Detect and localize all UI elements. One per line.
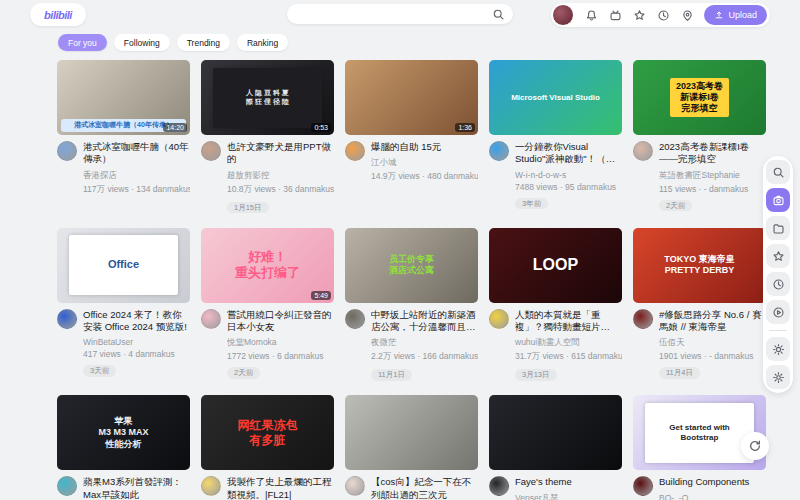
uploader-avatar[interactable] [345, 309, 365, 329]
video-thumbnail[interactable]: 网红果冻包 有多脏 [201, 395, 334, 470]
video-grid: 港式冰室咖喱牛腩（40年传承） 14:20 港式冰室咖喱牛腩（40年傳承） 香港… [57, 60, 767, 500]
video-thumbnail[interactable]: 苹果 M3 M3 MAX 性能分析 [57, 395, 190, 470]
uploader-name[interactable]: 伍佰天 [659, 337, 766, 349]
video-title[interactable]: 爆腦的自助 15元 [371, 141, 478, 153]
thumbnail-caption: 员工价专享 酒店式公寓 [385, 252, 438, 279]
tv-icon[interactable] [608, 8, 622, 22]
video-title[interactable]: 2023高考卷新課標I卷——完形填空 [659, 141, 766, 166]
video-thumbnail[interactable]: 好难！ 重头打编了 5:49 [201, 228, 334, 303]
uploader-avatar[interactable] [489, 309, 509, 329]
video-title[interactable]: 【cos向】紀念一下在不列顛出過的三次元 [371, 476, 478, 500]
thumbnail-caption: LOOP [529, 253, 582, 277]
video-title[interactable]: Building Components [659, 476, 766, 488]
uploader-name[interactable]: 香港探店 [83, 170, 190, 182]
video-card: LOOP 人類的本質就是「重複」？獨特動畫短片《LOOP》 wuhui動畫人空間… [489, 228, 622, 382]
upload-button[interactable]: Upload [704, 5, 767, 25]
thumbnail-caption: 2023高考卷 新课标I卷 完形填空 [670, 78, 729, 118]
search-bar[interactable] [287, 4, 513, 24]
uploader-name[interactable]: 悦堂Momoka [227, 337, 334, 349]
video-thumbnail[interactable] [345, 395, 478, 470]
gear-icon[interactable] [766, 365, 790, 389]
bilibili-logo[interactable]: bilibili [30, 3, 86, 26]
clock-icon[interactable] [766, 272, 790, 296]
user-avatar[interactable] [552, 4, 574, 26]
uploader-name[interactable]: Venser凡瑟 [515, 493, 622, 500]
thumbnail-caption: 网红果冻包 有多脏 [234, 416, 302, 450]
date-badge: 1月15日 [227, 202, 269, 214]
bell-icon[interactable] [584, 8, 598, 22]
upload-label: Upload [728, 10, 757, 20]
thumbnail-caption: Microsoft Visual Studio [507, 91, 604, 105]
uploader-avatar[interactable] [57, 476, 77, 496]
video-card: 苹果 M3 M3 MAX 性能分析 蘋果M3系列首發評測：Max早該如此 極客灣… [57, 395, 190, 500]
uploader-avatar[interactable] [57, 141, 77, 161]
video-thumbnail[interactable]: 员工价专享 酒店式公寓 [345, 228, 478, 303]
uploader-avatar[interactable] [201, 476, 221, 496]
video-title[interactable]: #修飯思路分享 No.6 / 賽馬娘 // 東海帝皇 [659, 309, 766, 334]
uploader-avatar[interactable] [201, 309, 221, 329]
uploader-name[interactable]: 超放剪影控 [227, 170, 334, 182]
video-thumbnail[interactable]: 港式冰室咖喱牛腩（40年传承） 14:20 [57, 60, 190, 135]
video-title[interactable]: 中野坂上站附近的新築酒店公寓，十分溫馨而且九分乾淨 [371, 309, 478, 334]
video-title[interactable]: 我製作了史上最爛的工程類視頻。|FL21| [227, 476, 334, 500]
uploader-avatar[interactable] [489, 476, 509, 496]
uploader-name[interactable]: WinBetaUser [83, 337, 190, 347]
history-icon[interactable] [656, 8, 670, 22]
refresh-button[interactable] [741, 432, 769, 460]
search-input[interactable] [295, 9, 491, 20]
video-title[interactable]: 蘋果M3系列首發評測：Max早該如此 [83, 476, 190, 500]
uploader-name[interactable]: wuhui動畫人空間 [515, 337, 622, 349]
video-title[interactable]: 也許文豪野犬是用PPT做的 [227, 141, 334, 166]
star-icon[interactable] [766, 244, 790, 268]
uploader-avatar[interactable] [633, 141, 653, 161]
thumbnail-caption: 好难！ 重头打编了 [231, 247, 304, 284]
uploader-name[interactable]: 夜微茫 [371, 337, 478, 349]
camera-icon[interactable] [766, 188, 790, 212]
search-icon[interactable] [766, 160, 790, 184]
video-title[interactable]: 嘗試用繞口令糾正發音的日本小女友 [227, 309, 334, 334]
video-thumbnail[interactable]: Get started with Bootstrap [633, 395, 766, 470]
search-icon[interactable] [491, 7, 505, 21]
uploader-name[interactable]: 江小城 [371, 157, 478, 169]
feed-tab-following[interactable]: Following [114, 34, 170, 51]
uploader-avatar[interactable] [633, 309, 653, 329]
location-icon[interactable] [680, 8, 694, 22]
uploader-avatar[interactable] [345, 476, 365, 496]
video-thumbnail[interactable]: Microsoft Visual Studio [489, 60, 622, 135]
star-icon[interactable] [632, 8, 646, 22]
video-card: 人 隐 豆 科 夏 際 狂 俚 径 陸 0:53 也許文豪野犬是用PPT做的 超… [201, 60, 334, 214]
video-title[interactable]: Faye's theme [515, 476, 622, 488]
video-thumbnail[interactable]: LOOP [489, 228, 622, 303]
uploader-avatar[interactable] [57, 309, 77, 329]
feed-tab-for-you[interactable]: For you [58, 34, 107, 51]
date-badge: 3天前 [83, 365, 116, 377]
video-title[interactable]: 一分鐘教你Visual Studio"派神啟動"！（適用於Blend） [515, 141, 622, 166]
uploader-avatar[interactable] [489, 141, 509, 161]
video-title[interactable]: 人類的本質就是「重複」？獨特動畫短片《LOOP》 [515, 309, 622, 334]
video-thumbnail[interactable]: 人 隐 豆 科 夏 際 狂 俚 径 陸 0:53 [201, 60, 334, 135]
uploader-name[interactable]: 英語教書匠Stephanie [659, 170, 766, 182]
thumbnail-caption: TOKYO 東海帝皇 PRETTY DERBY [660, 252, 738, 279]
video-thumbnail[interactable]: 1:36 [345, 60, 478, 135]
uploader-avatar[interactable] [201, 141, 221, 161]
sun-icon[interactable] [766, 337, 790, 361]
thumbnail-caption: Office [69, 235, 178, 295]
toolbar-divider [769, 330, 787, 331]
folder-icon[interactable] [766, 216, 790, 240]
uploader-avatar[interactable] [633, 476, 653, 496]
video-title[interactable]: 港式冰室咖喱牛腩（40年傳承） [83, 141, 190, 166]
video-thumbnail[interactable]: 2023高考卷 新课标I卷 完形填空 [633, 60, 766, 135]
video-thumbnail[interactable]: Office [57, 228, 190, 303]
uploader-avatar[interactable] [345, 141, 365, 161]
play-circle-icon[interactable] [766, 300, 790, 324]
video-card: 网红果冻包 有多脏 我製作了史上最爛的工程類視頻。|FL21| icewater… [201, 395, 334, 500]
video-thumbnail[interactable] [489, 395, 622, 470]
video-duration: 1:36 [455, 123, 475, 132]
feed-tab-trending[interactable]: Trending [177, 34, 230, 51]
uploader-name[interactable]: BQ-_-Q [659, 493, 766, 500]
uploader-name[interactable]: W-i-n-d-o-w-s [515, 170, 622, 180]
video-thumbnail[interactable]: TOKYO 東海帝皇 PRETTY DERBY [633, 228, 766, 303]
feed-tab-ranking[interactable]: Ranking [237, 34, 288, 51]
video-title[interactable]: Office 2024 来了！教你安装 Office 2024 预览版! [83, 309, 190, 334]
video-card: 1:36 爆腦的自助 15元 江小城 14.9万 views · 480 dan… [345, 60, 478, 214]
